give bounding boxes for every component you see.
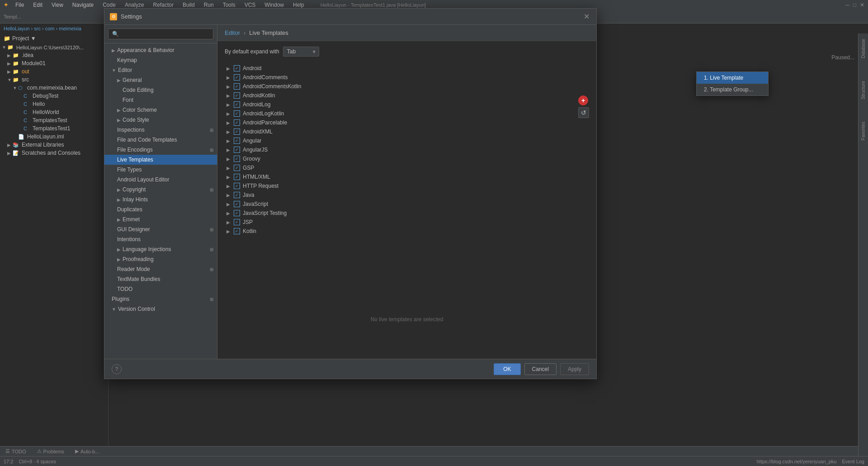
group-checkbox[interactable]: ✓ [234, 210, 240, 216]
st-general[interactable]: ▶ General [104, 75, 217, 85]
st-color-scheme[interactable]: ▶ Color Scheme [104, 105, 217, 115]
st-plugins[interactable]: Plugins ⊞ [104, 294, 217, 304]
tab-favorites[interactable]: Favorites [861, 120, 866, 142]
close-button[interactable]: ✕ [860, 2, 864, 8]
maximize-button[interactable]: □ [853, 2, 856, 8]
tree-item[interactable]: ▶ 📁 Module01 [0, 59, 108, 67]
st-inlay-hints[interactable]: ▶ Inlay Hints [104, 195, 217, 204]
group-checkbox[interactable]: ✓ [234, 92, 240, 99]
st-editor[interactable]: ▼ Editor [104, 65, 217, 75]
tab-structure[interactable]: Structure [861, 79, 866, 101]
st-duplicates[interactable]: Duplicates [104, 204, 217, 214]
template-group-androidlogkotlin[interactable]: ▶ ✓ AndroidLogKotlin [225, 109, 589, 118]
tree-item[interactable]: ▶ 📁 out [0, 67, 108, 76]
st-code-editing[interactable]: Code Editing [104, 85, 217, 95]
tab-problems[interactable]: ⚠ Problems [33, 447, 68, 455]
st-copyright[interactable]: ▶ Copyright ⊞ [104, 185, 217, 195]
minimize-button[interactable]: ─ [845, 2, 849, 8]
help-button[interactable]: ? [112, 364, 122, 374]
tree-item[interactable]: C Hello [0, 100, 108, 108]
tree-item[interactable]: ▼ ⬡ com.meimeixia.bean [0, 84, 108, 92]
group-checkbox[interactable]: ✓ [234, 165, 240, 171]
menu-view[interactable]: View [50, 1, 65, 9]
group-checkbox[interactable]: ✓ [234, 110, 240, 117]
st-reader-mode[interactable]: Reader Mode ⊞ [104, 264, 217, 274]
tree-item[interactable]: C TemplatesTest [0, 116, 108, 124]
st-proofreading[interactable]: ▶ Proofreading [104, 254, 217, 264]
settings-search-input[interactable] [108, 29, 213, 39]
add-template-button[interactable]: + [578, 95, 588, 105]
template-group-kotlin[interactable]: ▶ ✓ Kotlin [225, 227, 589, 236]
st-live-templates[interactable]: Live Templates [104, 155, 217, 165]
tree-item[interactable]: C TemplatesTest1 [0, 124, 108, 133]
template-group-htmlxml[interactable]: ▶ ✓ HTML/XML [225, 172, 589, 181]
template-group-angularjs[interactable]: ▶ ✓ AngularJS [225, 145, 589, 154]
tree-item[interactable]: 📄 HelloLiayun.iml [0, 133, 108, 141]
st-android-layout-editor[interactable]: Android Layout Editor [104, 175, 217, 185]
dropdown-item-template-group[interactable]: 2. Template Group... [697, 84, 768, 95]
st-gui-designer[interactable]: GUI Designer ⊞ [104, 224, 217, 234]
st-version-control[interactable]: ▼ Version Control [104, 304, 217, 314]
st-font[interactable]: Font [104, 95, 217, 105]
tree-item[interactable]: ▼ 📁 HelloLiayun C:\Users\32120\... [0, 43, 108, 51]
tree-item[interactable]: C DebugTest [0, 92, 108, 100]
revert-button[interactable]: ↺ [578, 107, 589, 118]
group-checkbox[interactable]: ✓ [234, 101, 240, 108]
st-file-code-templates[interactable]: File and Code Templates [104, 135, 217, 145]
template-group-androidlog[interactable]: ▶ ✓ AndroidLog [225, 100, 589, 109]
st-file-types[interactable]: File Types [104, 165, 217, 175]
menu-edit[interactable]: Edit [31, 1, 44, 9]
template-group-java[interactable]: ▶ ✓ Java [225, 190, 589, 200]
template-group-jstesting[interactable]: ▶ ✓ JavaScript Testing [225, 209, 589, 218]
template-group-javascript[interactable]: ▶ ✓ JavaScript [225, 200, 589, 209]
project-header[interactable]: 📁 Project ▼ [0, 33, 108, 43]
breadcrumb-editor-link[interactable]: Editor [225, 29, 240, 36]
st-textmate-bundles[interactable]: TextMate Bundles [104, 274, 217, 284]
group-checkbox[interactable]: ✓ [234, 174, 240, 180]
expand-select[interactable]: Tab Enter Space [283, 47, 319, 57]
st-inspections[interactable]: Inspections ⊞ [104, 125, 217, 135]
st-keymap[interactable]: Keymap [104, 55, 217, 65]
group-checkbox[interactable]: ✓ [234, 128, 240, 135]
tab-database[interactable]: Database [861, 37, 866, 60]
template-group-androidkotlin[interactable]: ▶ ✓ AndroidKotlin [225, 91, 589, 100]
template-group-groovy[interactable]: ▶ ✓ Groovy [225, 154, 589, 163]
tree-item[interactable]: ▶ 📝 Scratches and Consoles [0, 149, 108, 157]
group-checkbox[interactable]: ✓ [234, 219, 240, 225]
group-checkbox[interactable]: ✓ [234, 119, 240, 126]
template-group-androidcommskotlin[interactable]: ▶ ✓ AndroidCommentsKotlin [225, 82, 589, 91]
template-group-gsp[interactable]: ▶ ✓ GSP [225, 163, 589, 172]
ok-button[interactable]: OK [494, 363, 520, 375]
st-intentions[interactable]: Intentions [104, 234, 217, 244]
group-checkbox[interactable]: ✓ [234, 138, 240, 144]
template-group-androidparcelable[interactable]: ▶ ✓ AndroidParcelable [225, 118, 589, 127]
template-group-httprequest[interactable]: ▶ ✓ HTTP Request [225, 181, 589, 190]
tree-item[interactable]: ▶ 📚 External Libraries [0, 141, 108, 149]
tree-item[interactable]: ▼ 📁 src [0, 76, 108, 84]
st-emmet[interactable]: ▶ Emmet [104, 214, 217, 224]
template-group-jsp[interactable]: ▶ ✓ JSP [225, 218, 589, 227]
st-language-injections[interactable]: ▶ Language Injections ⊞ [104, 244, 217, 254]
group-checkbox[interactable]: ✓ [234, 83, 240, 90]
tab-todo[interactable]: ☰ TODO [2, 447, 30, 455]
group-checkbox[interactable]: ✓ [234, 192, 240, 198]
group-checkbox[interactable]: ✓ [234, 74, 240, 81]
tree-item[interactable]: ▶ 📁 .idea [0, 51, 108, 59]
group-checkbox[interactable]: ✓ [234, 147, 240, 153]
dialog-close-button[interactable]: ✕ [582, 12, 591, 21]
st-code-style[interactable]: ▶ Code Style [104, 115, 217, 125]
group-checkbox[interactable]: ✓ [234, 201, 240, 207]
template-group-androidxml[interactable]: ▶ ✓ AndroidXML [225, 127, 589, 136]
st-todo[interactable]: TODO [104, 284, 217, 294]
menu-navigate[interactable]: Navigate [71, 1, 95, 9]
st-file-encodings[interactable]: File Encodings ⊞ [104, 145, 217, 155]
dropdown-item-live-template[interactable]: 1. Live Template [697, 72, 768, 84]
cancel-button[interactable]: Cancel [524, 363, 557, 375]
group-checkbox[interactable]: ✓ [234, 183, 240, 189]
tab-auto-build[interactable]: ▶ Auto-b... [71, 447, 103, 455]
menu-file[interactable]: File [14, 1, 26, 9]
template-group-angular[interactable]: ▶ ✓ Angular [225, 136, 589, 145]
group-checkbox[interactable]: ✓ [234, 156, 240, 162]
apply-button[interactable]: Apply [560, 363, 589, 375]
template-group-androidcomments[interactable]: ▶ ✓ AndroidComments [225, 73, 589, 82]
